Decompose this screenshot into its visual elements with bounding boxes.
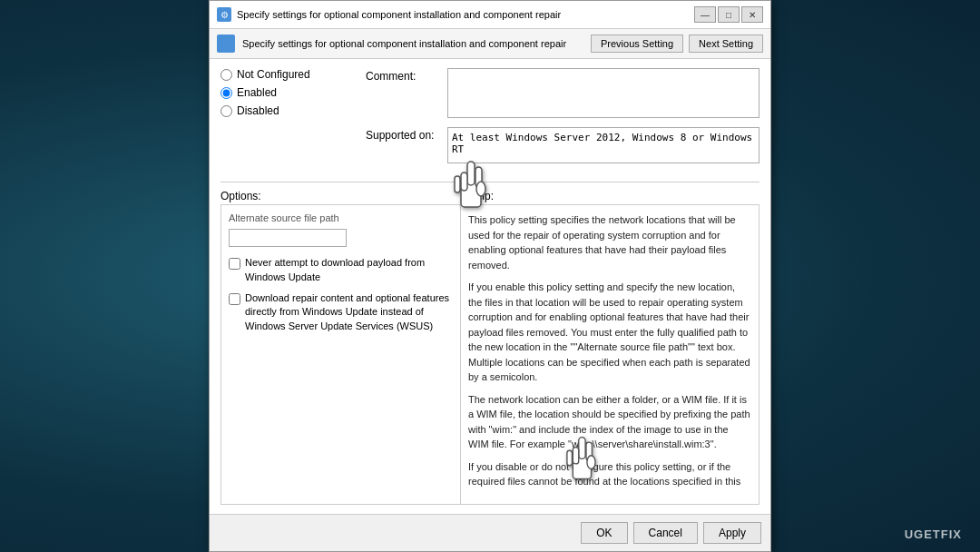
not-configured-radio[interactable] — [220, 69, 232, 81]
toolbar-title: Specify settings for optional component … — [242, 38, 583, 49]
right-fields: Comment: Supported on: At least Windows … — [366, 68, 760, 172]
alt-source-input[interactable] — [229, 229, 347, 247]
wsus-checkbox[interactable] — [229, 293, 240, 305]
separator — [220, 182, 760, 182]
radio-group: Not Configured Enabled Disabled — [220, 68, 366, 165]
help-p2: If you enable this policy setting and sp… — [468, 280, 751, 385]
disabled-label: Disabled — [237, 104, 279, 117]
comment-input[interactable] — [447, 68, 760, 118]
help-p4: If you disable or do not configure this … — [468, 459, 751, 489]
close-button[interactable]: ✕ — [741, 6, 763, 23]
not-configured-option[interactable]: Not Configured — [220, 68, 366, 81]
help-p3: The network location can be either a fol… — [468, 392, 751, 452]
help-p1: This policy setting specifies the networ… — [468, 212, 751, 272]
options-panel: Alternate source file path Never attempt… — [220, 204, 461, 505]
never-download-item: Never attempt to download payload from W… — [229, 256, 453, 284]
never-download-checkbox[interactable] — [229, 258, 240, 270]
alt-source-subtitle: Alternate source file path — [229, 212, 453, 223]
enabled-radio[interactable] — [220, 87, 232, 99]
supported-value: At least Windows Server 2012, Windows 8 … — [447, 127, 760, 163]
disabled-radio[interactable] — [220, 105, 232, 117]
help-section-label: Help: — [468, 190, 760, 202]
not-configured-label: Not Configured — [237, 68, 310, 81]
toolbar-icon — [217, 34, 235, 53]
apply-button[interactable]: Apply — [703, 522, 761, 544]
previous-setting-button[interactable]: Previous Setting — [591, 34, 683, 53]
maximize-button[interactable]: □ — [718, 6, 740, 23]
options-section-label: Options: — [220, 190, 461, 202]
disabled-option[interactable]: Disabled — [220, 104, 366, 117]
section-labels: Options: Help: — [220, 190, 760, 204]
window-title: Specify settings for optional component … — [237, 9, 689, 20]
window-icon: ⚙ — [217, 7, 231, 22]
wsus-label: Download repair content and optional fea… — [245, 291, 453, 333]
enabled-label: Enabled — [237, 86, 277, 99]
supported-row: Supported on: At least Windows Server 20… — [366, 127, 760, 163]
watermark: UGETFIX — [905, 527, 962, 541]
help-text: This policy setting specifies the networ… — [468, 212, 751, 489]
cancel-button[interactable]: Cancel — [633, 522, 698, 544]
never-download-label: Never attempt to download payload from W… — [245, 256, 453, 284]
content-area: Not Configured Enabled Disabled Comment: — [210, 59, 770, 514]
policy-settings-window: ⚙ Specify settings for optional componen… — [209, 0, 771, 552]
enabled-option[interactable]: Enabled — [220, 86, 366, 99]
next-setting-button[interactable]: Next Setting — [689, 34, 763, 53]
wsus-item: Download repair content and optional fea… — [229, 291, 453, 333]
toolbar-buttons: Previous Setting Next Setting — [591, 34, 763, 53]
comment-row: Comment: — [366, 68, 760, 118]
title-bar: ⚙ Specify settings for optional componen… — [210, 1, 770, 29]
ok-button[interactable]: OK — [581, 522, 627, 544]
supported-label: Supported on: — [366, 127, 447, 142]
toolbar: Specify settings for optional component … — [210, 29, 770, 59]
minimize-button[interactable]: — — [694, 6, 716, 23]
title-bar-controls: — □ ✕ — [694, 6, 763, 23]
comment-label: Comment: — [366, 68, 447, 83]
help-panel: This policy setting specifies the networ… — [461, 204, 760, 505]
bottom-section: Alternate source file path Never attempt… — [220, 204, 760, 505]
bottom-buttons: OK Cancel Apply — [210, 514, 770, 551]
